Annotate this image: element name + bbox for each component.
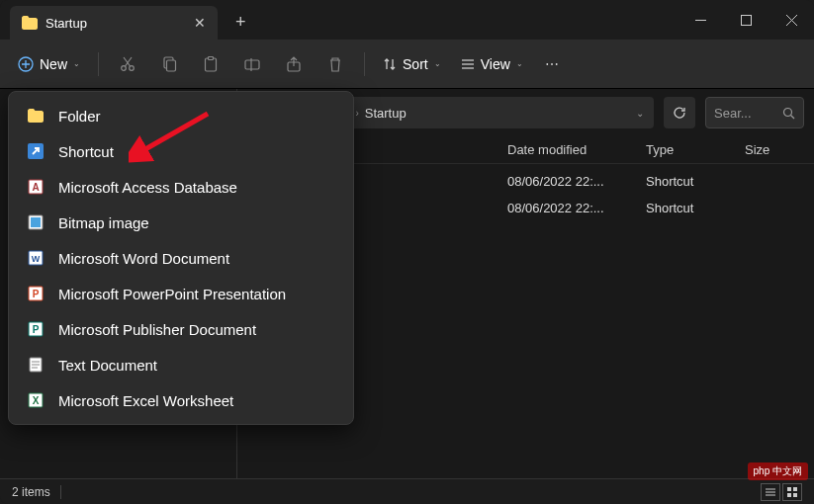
svg-rect-14 <box>209 56 214 59</box>
plus-circle-icon <box>18 56 34 72</box>
folder-icon <box>22 15 38 31</box>
menu-item-label: Microsoft Word Document <box>58 250 229 267</box>
svg-line-10 <box>124 57 131 66</box>
svg-text:P: P <box>33 289 40 299</box>
powerpoint-icon: P <box>27 285 45 302</box>
cell-type: Shortcut <box>646 174 745 189</box>
details-view-button[interactable] <box>761 483 780 501</box>
svg-rect-27 <box>793 487 797 491</box>
close-tab-icon[interactable]: ✕ <box>194 15 206 31</box>
menu-item-label: Shortcut <box>58 143 114 160</box>
svg-text:W: W <box>32 254 41 264</box>
status-bar: 2 items <box>0 478 814 504</box>
svg-rect-29 <box>793 493 797 497</box>
window-controls <box>678 0 814 40</box>
menu-item-powerpoint[interactable]: P Microsoft PowerPoint Presentation <box>15 276 347 311</box>
titlebar: Startup ✕ + <box>0 0 814 40</box>
svg-line-22 <box>791 115 795 119</box>
menu-item-publisher[interactable]: P Microsoft Publisher Document <box>15 311 347 347</box>
text-icon <box>27 356 45 374</box>
shortcut-icon <box>27 142 45 160</box>
menu-item-label: Folder <box>58 108 101 125</box>
breadcrumb-item[interactable]: Startup <box>365 106 407 121</box>
svg-rect-26 <box>787 487 791 491</box>
view-icon <box>461 57 475 71</box>
view-label: View <box>481 56 510 72</box>
cut-button[interactable] <box>109 46 146 82</box>
publisher-icon: P <box>27 320 45 338</box>
menu-item-label: Microsoft Publisher Document <box>58 321 256 338</box>
delete-button[interactable] <box>317 46 354 82</box>
search-placeholder: Sear... <box>714 106 778 121</box>
svg-rect-28 <box>787 493 791 497</box>
svg-rect-1 <box>741 15 751 25</box>
menu-item-label: Microsoft PowerPoint Presentation <box>58 286 286 302</box>
svg-point-21 <box>784 108 792 116</box>
new-context-menu: Folder Shortcut A Microsoft Access Datab… <box>8 91 354 425</box>
copy-button[interactable] <box>150 46 188 82</box>
new-button-label: New <box>40 56 67 72</box>
thumbnails-view-button[interactable] <box>782 483 802 501</box>
bitmap-icon <box>27 213 45 231</box>
watermark: php 中文网 <box>748 462 808 480</box>
share-button[interactable] <box>275 46 313 82</box>
sort-label: Sort <box>403 56 428 72</box>
svg-rect-15 <box>245 60 259 69</box>
word-icon: W <box>27 249 45 267</box>
menu-item-label: Bitmap image <box>58 214 149 231</box>
cell-date: 08/06/2022 22:... <box>507 201 646 215</box>
chevron-down-icon: ⌄ <box>73 59 80 68</box>
menu-item-bitmap[interactable]: Bitmap image <box>15 205 347 240</box>
rename-button[interactable] <box>233 46 271 82</box>
menu-item-text[interactable]: Text Document <box>15 347 347 382</box>
excel-icon: X <box>27 391 45 409</box>
close-button[interactable] <box>769 0 814 40</box>
svg-rect-12 <box>167 60 176 71</box>
view-button[interactable]: View ⌄ <box>453 50 531 78</box>
refresh-button[interactable] <box>664 97 695 128</box>
tab-startup[interactable]: Startup ✕ <box>10 6 218 40</box>
menu-item-shortcut[interactable]: Shortcut <box>15 133 347 169</box>
column-date[interactable]: Date modified <box>507 142 646 157</box>
menu-item-access[interactable]: A Microsoft Access Database <box>15 169 347 205</box>
new-tab-button[interactable]: + <box>235 12 246 33</box>
sort-icon <box>383 57 397 71</box>
search-icon <box>782 107 795 120</box>
svg-line-9 <box>126 57 133 66</box>
search-input[interactable]: Sear... <box>705 97 804 128</box>
column-type[interactable]: Type <box>646 142 745 157</box>
svg-point-7 <box>122 65 127 70</box>
svg-text:A: A <box>32 182 39 193</box>
svg-point-8 <box>130 65 135 70</box>
sort-button[interactable]: Sort ⌄ <box>375 50 449 78</box>
chevron-right-icon: › <box>355 108 358 119</box>
svg-text:P: P <box>33 324 40 335</box>
separator <box>60 485 61 499</box>
menu-item-folder[interactable]: Folder <box>15 98 347 133</box>
view-mode-toggle <box>761 483 802 501</box>
toolbar: New ⌄ Sort ⌄ View ⌄ <box>0 40 814 89</box>
menu-item-label: Text Document <box>58 357 157 374</box>
more-button[interactable]: ⋯ <box>535 50 569 78</box>
svg-rect-0 <box>695 20 706 21</box>
menu-item-word[interactable]: W Microsoft Word Document <box>15 240 347 276</box>
minimize-button[interactable] <box>678 0 723 40</box>
separator <box>364 52 365 76</box>
folder-icon <box>27 107 45 125</box>
chevron-down-icon: ⌄ <box>434 59 441 68</box>
cell-date: 08/06/2022 22:... <box>507 174 646 189</box>
access-icon: A <box>27 178 45 196</box>
tab-title: Startup <box>45 16 186 31</box>
new-button[interactable]: New ⌄ <box>10 50 88 78</box>
svg-rect-34 <box>31 217 41 227</box>
menu-item-label: Microsoft Excel Worksheet <box>58 392 233 409</box>
cell-type: Shortcut <box>646 201 745 215</box>
svg-text:X: X <box>33 395 40 406</box>
chevron-down-icon[interactable]: ⌄ <box>636 108 644 119</box>
maximize-button[interactable] <box>723 0 769 40</box>
separator <box>98 52 99 76</box>
item-count: 2 items <box>12 485 50 499</box>
paste-button[interactable] <box>192 46 229 82</box>
column-size[interactable]: Size <box>745 142 804 157</box>
menu-item-excel[interactable]: X Microsoft Excel Worksheet <box>15 382 347 418</box>
